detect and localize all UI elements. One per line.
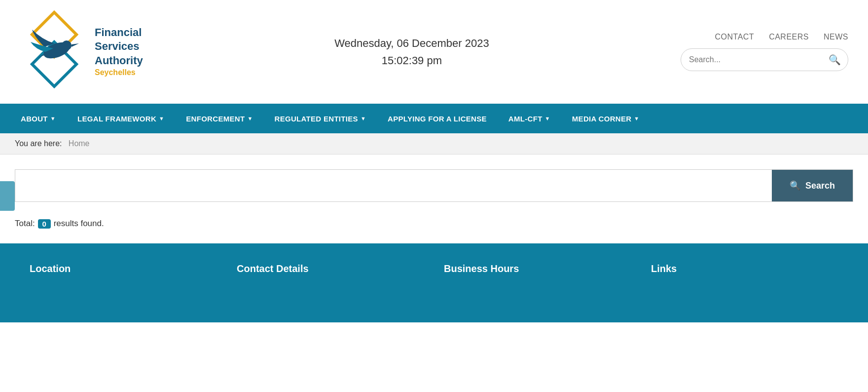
careers-link[interactable]: CAREERS bbox=[769, 33, 809, 41]
logo-line-3: Authority bbox=[95, 54, 143, 68]
results-prefix: Total: bbox=[15, 219, 35, 229]
main-search-input[interactable]: IFE Markets bbox=[15, 170, 772, 201]
search-magnifier-icon: 🔍 bbox=[790, 180, 800, 191]
header: Financial Services Authority Seychelles … bbox=[0, 0, 868, 104]
main-search-button[interactable]: 🔍 Search bbox=[772, 170, 853, 201]
top-links: CONTACT CAREERS NEWS bbox=[715, 33, 848, 41]
media-chevron: ▼ bbox=[634, 116, 639, 121]
regulated-chevron: ▼ bbox=[361, 116, 366, 121]
scroll-indicator bbox=[0, 181, 15, 211]
search-section: IFE Markets 🔍 Search bbox=[0, 155, 868, 212]
legal-chevron: ▼ bbox=[159, 116, 164, 121]
footer-hours-title: Business Hours bbox=[444, 263, 631, 274]
top-right-area: CONTACT CAREERS NEWS 🔍 bbox=[681, 33, 848, 71]
nav-item-enforcement[interactable]: ENFORCEMENT ▼ bbox=[175, 104, 263, 133]
search-row: IFE Markets 🔍 Search bbox=[15, 169, 853, 202]
results-suffix: results found. bbox=[54, 219, 104, 229]
footer-location-title: Location bbox=[30, 263, 217, 274]
nav-item-legal-framework[interactable]: LEGAL FRAMEWORK ▼ bbox=[67, 104, 175, 133]
nav-item-applying-license[interactable]: APPLYING FOR A LICENSE bbox=[377, 104, 498, 133]
logo-text: Financial Services Authority Seychelles bbox=[95, 26, 143, 78]
main-nav: ABOUT ▼ LEGAL FRAMEWORK ▼ ENFORCEMENT ▼ … bbox=[0, 104, 868, 133]
time-display: 15:02:39 pm bbox=[334, 52, 489, 69]
footer-col-links: Links bbox=[651, 263, 838, 279]
svg-point-3 bbox=[62, 40, 72, 50]
logo-line-1: Financial bbox=[95, 26, 143, 40]
breadcrumb: You are here: Home bbox=[0, 133, 868, 155]
footer-col-contact: Contact Details bbox=[237, 263, 424, 279]
nav-item-regulated-entities[interactable]: REGULATED ENTITIES ▼ bbox=[264, 104, 377, 133]
about-chevron: ▼ bbox=[50, 116, 56, 121]
nav-item-about[interactable]: ABOUT ▼ bbox=[10, 104, 67, 133]
footer-grid: Location Contact Details Business Hours … bbox=[30, 263, 838, 279]
news-link[interactable]: NEWS bbox=[824, 33, 848, 41]
results-bar: Total: 0 results found. bbox=[0, 212, 868, 243]
header-search-input[interactable] bbox=[681, 55, 822, 64]
logo-line-2: Services bbox=[95, 39, 143, 54]
aml-chevron: ▼ bbox=[545, 116, 550, 121]
logo-area: Financial Services Authority Seychelles bbox=[20, 10, 143, 94]
nav-item-media-corner[interactable]: MEDIA CORNER ▼ bbox=[561, 104, 651, 133]
footer-contact-title: Contact Details bbox=[237, 263, 424, 274]
contact-link[interactable]: CONTACT bbox=[715, 33, 754, 41]
footer-col-location: Location bbox=[30, 263, 217, 279]
datetime-display: Wednesday, 06 December 2023 15:02:39 pm bbox=[334, 35, 489, 69]
header-search-box: 🔍 bbox=[681, 48, 848, 71]
svg-marker-4 bbox=[72, 43, 79, 47]
logo-icon bbox=[20, 10, 89, 94]
header-search-button[interactable]: 🔍 bbox=[822, 54, 848, 66]
logo-line-4: Seychelles bbox=[95, 68, 143, 78]
enforcement-chevron: ▼ bbox=[247, 116, 253, 121]
footer-col-hours: Business Hours bbox=[444, 263, 631, 279]
date-display: Wednesday, 06 December 2023 bbox=[334, 35, 489, 52]
nav-item-aml-cft[interactable]: AML-CFT ▼ bbox=[498, 104, 561, 133]
footer: Location Contact Details Business Hours … bbox=[0, 243, 868, 322]
footer-links-title: Links bbox=[651, 263, 838, 274]
search-button-label: Search bbox=[805, 181, 835, 191]
breadcrumb-prefix: You are here: bbox=[15, 139, 62, 148]
results-count: 0 bbox=[38, 219, 51, 229]
breadcrumb-home[interactable]: Home bbox=[69, 139, 90, 148]
